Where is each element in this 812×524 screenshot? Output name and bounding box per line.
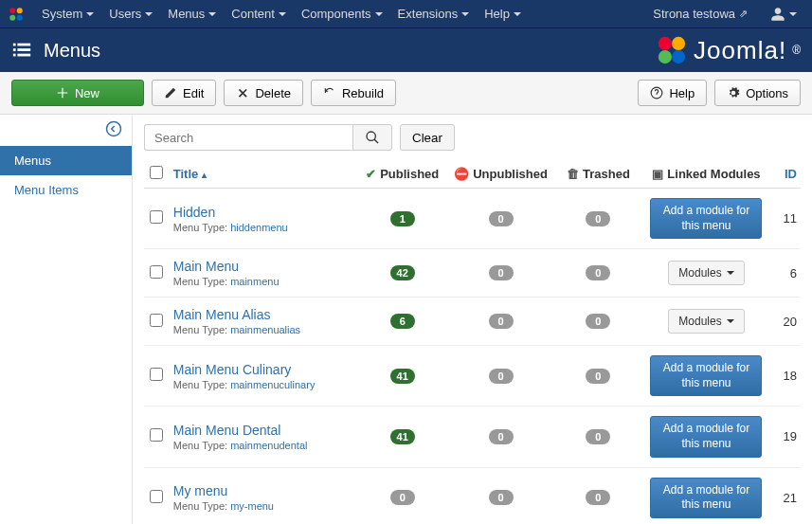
menu-type-link[interactable]: mainmenudental — [230, 440, 307, 451]
site-link[interactable]: Strona testowa ⇗ — [645, 0, 755, 28]
svg-rect-9 — [17, 54, 30, 57]
x-circle-icon: ⛔ — [454, 167, 469, 181]
trashed-badge[interactable]: 0 — [586, 265, 610, 280]
menu-type-link[interactable]: hiddenmenu — [230, 222, 288, 233]
menu-title-link[interactable]: My menu — [173, 483, 228, 498]
top-menu-users[interactable]: Users — [101, 0, 160, 28]
top-menu-content[interactable]: Content — [224, 0, 294, 28]
svg-point-10 — [659, 37, 672, 50]
menu-title-link[interactable]: Main Menu Alias — [173, 307, 271, 322]
trashed-badge[interactable]: 0 — [586, 429, 610, 444]
top-menu-menus[interactable]: Menus — [160, 0, 224, 28]
table-row: Main MenuMenu Type: mainmenu4200Modules … — [144, 249, 801, 298]
published-badge[interactable]: 42 — [390, 265, 415, 280]
joomla-brand-text: Joomla! — [694, 36, 786, 65]
svg-rect-6 — [13, 48, 16, 51]
unpublished-badge[interactable]: 0 — [489, 314, 514, 329]
list-icon — [11, 40, 32, 61]
help-label: Help — [669, 86, 695, 100]
menu-title-link[interactable]: Hidden — [173, 205, 215, 220]
top-menu-components[interactable]: Components — [294, 0, 390, 28]
page-title: Menus — [44, 40, 100, 62]
delete-button[interactable]: Delete — [224, 80, 303, 106]
row-checkbox[interactable] — [150, 368, 163, 381]
new-label: New — [75, 86, 99, 100]
menu-type-link[interactable]: mainmenualias — [230, 324, 300, 335]
top-menu-system[interactable]: System — [34, 0, 101, 28]
edit-button[interactable]: Edit — [152, 80, 216, 106]
published-badge[interactable]: 41 — [390, 429, 415, 444]
table-header-row: Title ▴ ✔ Published ⛔ Unpublished 🗑 Tras… — [144, 160, 801, 189]
caret-down-icon — [461, 12, 469, 16]
unpublished-badge[interactable]: 0 — [489, 429, 514, 444]
options-button[interactable]: Options — [714, 80, 801, 106]
registered-icon: ® — [792, 44, 801, 57]
menu-title-link[interactable]: Main Menu — [173, 259, 239, 274]
clear-button[interactable]: Clear — [400, 124, 455, 151]
menu-type-link[interactable]: mainmenuculinary — [230, 379, 315, 390]
refresh-icon — [323, 86, 336, 99]
trashed-badge[interactable]: 0 — [586, 314, 610, 329]
row-checkbox[interactable] — [150, 490, 163, 503]
row-checkbox[interactable] — [150, 265, 163, 279]
help-button[interactable]: Help — [638, 80, 707, 106]
trashed-badge[interactable]: 0 — [586, 490, 610, 505]
row-id: 21 — [767, 467, 801, 524]
unpublished-badge[interactable]: 0 — [489, 490, 514, 505]
row-checkbox[interactable] — [150, 428, 163, 442]
toolbar-left: New Edit Delete Rebuild — [11, 80, 396, 106]
sidebar-item-menus[interactable]: Menus — [0, 146, 132, 175]
add-module-button[interactable]: Add a module for this menu — [650, 478, 762, 518]
menu-type-text: Menu Type: mainmenu — [173, 276, 351, 287]
published-badge[interactable]: 0 — [390, 490, 415, 505]
add-module-button[interactable]: Add a module for this menu — [650, 416, 762, 457]
select-all-checkbox[interactable] — [150, 166, 163, 179]
menu-type-link[interactable]: my-menu — [230, 500, 274, 512]
menu-title-link[interactable]: Main Menu Dental — [173, 423, 281, 438]
search-bar: Clear — [144, 124, 801, 151]
user-menu[interactable] — [763, 0, 804, 28]
published-badge[interactable]: 41 — [390, 369, 415, 384]
svg-point-0 — [9, 8, 15, 13]
top-menu-help[interactable]: Help — [477, 0, 529, 28]
top-menu-left: SystemUsersMenusContentComponentsExtensi… — [8, 0, 529, 28]
site-name: Strona testowa — [653, 7, 735, 21]
new-button[interactable]: New — [11, 80, 144, 106]
edit-label: Edit — [183, 86, 204, 100]
col-id[interactable]: ID — [767, 160, 801, 189]
menu-type-link[interactable]: mainmenu — [230, 276, 279, 287]
menu-title-link[interactable]: Main Menu Culinary — [173, 362, 292, 377]
published-badge[interactable]: 1 — [390, 211, 415, 226]
published-badge[interactable]: 6 — [390, 314, 415, 329]
add-module-button[interactable]: Add a module for this menu — [650, 355, 762, 396]
table-body: HiddenMenu Type: hiddenmenu100Add a modu… — [144, 189, 801, 525]
caret-down-icon — [514, 12, 521, 16]
modules-dropdown[interactable]: Modules — [668, 261, 744, 285]
caret-down-icon — [727, 271, 734, 275]
modules-dropdown[interactable]: Modules — [668, 309, 744, 334]
unpublished-badge[interactable]: 0 — [489, 369, 514, 384]
menus-table: Title ▴ ✔ Published ⛔ Unpublished 🗑 Tras… — [144, 160, 801, 524]
unpublished-badge[interactable]: 0 — [489, 265, 514, 280]
svg-point-15 — [107, 122, 121, 136]
main-area: Menus Menu Items Clear Title ▴ ✔ Publish… — [0, 115, 812, 524]
svg-rect-8 — [13, 54, 16, 57]
rebuild-button[interactable]: Rebuild — [311, 80, 396, 106]
row-checkbox[interactable] — [150, 314, 163, 327]
search-button[interactable] — [352, 124, 392, 151]
col-title[interactable]: Title ▴ — [170, 160, 354, 189]
search-input[interactable] — [144, 124, 352, 151]
col-trashed: 🗑 Trashed — [551, 160, 645, 189]
trashed-badge[interactable]: 0 — [586, 369, 610, 384]
sidebar-collapse-button[interactable] — [0, 115, 132, 146]
caret-down-icon — [86, 12, 94, 16]
unpublished-badge[interactable]: 0 — [489, 211, 514, 226]
add-module-button[interactable]: Add a module for this menu — [650, 198, 762, 239]
trashed-badge[interactable]: 0 — [586, 211, 610, 226]
top-menu-extensions[interactable]: Extensions — [390, 0, 478, 28]
sidebar-item-menu-items[interactable]: Menu Items — [0, 175, 132, 205]
row-checkbox[interactable] — [150, 210, 163, 224]
svg-point-1 — [17, 8, 23, 13]
menu-type-text: Menu Type: my-menu — [173, 500, 351, 512]
title-sort-link[interactable]: Title ▴ — [173, 167, 207, 181]
